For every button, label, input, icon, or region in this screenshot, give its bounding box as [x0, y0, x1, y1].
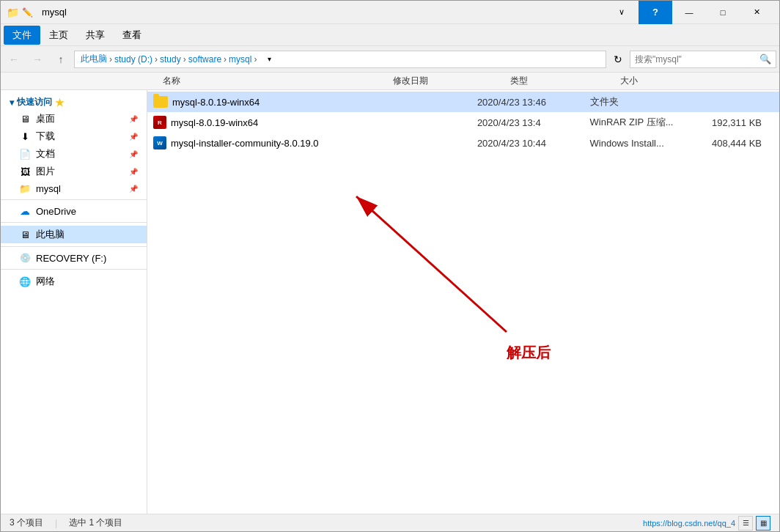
breadcrumb-item-study[interactable]: study [160, 54, 181, 64]
window-controls: ∨ ? — □ ✕ [605, 1, 773, 24]
sidebar-divider-2 [1, 222, 147, 223]
menu-file[interactable]: 文件 [4, 26, 40, 45]
quickaccess-label: 快速访问 [17, 96, 52, 108]
file-name-cell-msi: W mysql-installer-community-8.0.19.0 [153, 136, 477, 149]
sidebar-item-pictures-label: 图片 [36, 165, 55, 178]
file-row-msi[interactable]: W mysql-installer-community-8.0.19.0 202… [147, 133, 779, 153]
col-name[interactable]: 名称 [151, 75, 393, 87]
address-bar[interactable]: 此电脑 › study (D:) › study › software › my… [74, 51, 606, 68]
file-list-container: mysql-8.0.19-winx64 2020/4/23 13:46 文件夹 … [147, 90, 779, 514]
file-type-zip: WinRAR ZIP 压缩... [590, 116, 703, 129]
sidebar-item-onedrive[interactable]: ☁ OneDrive [1, 203, 147, 219]
network-icon: 🌐 [18, 276, 32, 287]
file-type-msi: Windows Install... [590, 138, 703, 149]
pin-icon-3: 📌 [129, 150, 138, 158]
chevron-button[interactable]: ∨ [605, 1, 639, 24]
breadcrumb-item-drive[interactable]: study (D:) [114, 54, 152, 64]
sidebar-divider-1 [1, 199, 147, 200]
pictures-icon: 🖼 [18, 166, 32, 177]
file-list: mysql-8.0.19-winx64 2020/4/23 13:46 文件夹 … [147, 90, 779, 155]
breadcrumb-item-software[interactable]: software [188, 54, 221, 64]
refresh-button[interactable]: ↻ [609, 51, 627, 68]
sidebar-item-pictures[interactable]: 🖼 图片 📌 [1, 163, 147, 180]
pin-icon-4: 📌 [129, 168, 138, 176]
quickaccess-section: ▾ 快速访问 ★ [1, 93, 147, 110]
sidebar-item-thispc-label: 此电脑 [36, 228, 65, 241]
titlebar-folder-icon: 📁 [7, 7, 18, 18]
sidebar-item-desktop[interactable]: 🖥 桌面 📌 [1, 110, 147, 128]
search-input[interactable] [635, 54, 757, 64]
sidebar-item-mysql-label: mysql [36, 183, 61, 194]
window-title: mysql [42, 7, 605, 18]
close-button[interactable]: ✕ [740, 1, 773, 24]
menu-view[interactable]: 查看 [114, 26, 150, 45]
menubar: 文件 主页 共享 查看 [1, 24, 779, 46]
file-size-zip: 192,311 KB [702, 117, 773, 128]
file-name-cell-zip: R mysql-8.0.19-winx64 [153, 116, 477, 129]
documents-icon: 📄 [18, 148, 32, 160]
quickaccess-star-icon: ★ [55, 97, 65, 108]
status-url: https://blog.csdn.net/qq_4 [643, 519, 735, 528]
back-button[interactable]: ← [4, 49, 24, 70]
sidebar-item-mysql[interactable]: 📁 mysql 📌 [1, 180, 147, 196]
titlebar: 📁 ✏️ mysql ∨ ? — □ ✕ [1, 1, 779, 24]
pin-icon-5: 📌 [129, 185, 138, 193]
quickaccess-chevron: ▾ [10, 97, 14, 108]
breadcrumb-item-thispc[interactable]: 此电脑 [81, 53, 107, 65]
file-name-cell-folder: mysql-8.0.19-winx64 [153, 96, 477, 108]
file-row-zip[interactable]: R mysql-8.0.19-winx64 2020/4/23 13:4 Win… [147, 112, 779, 133]
sidebar-item-downloads[interactable]: ⬇ 下载 📌 [1, 128, 147, 145]
file-size-msi: 408,444 KB [702, 138, 773, 149]
status-selected: 选中 1 个项目 [69, 517, 122, 529]
search-bar: 🔍 [630, 51, 776, 68]
sidebar-item-documents[interactable]: 📄 文档 📌 [1, 145, 147, 163]
file-date-zip: 2020/4/23 13:4 [477, 117, 590, 128]
desktop-icon: 🖥 [18, 113, 32, 125]
winrar-icon: R [153, 116, 166, 129]
file-type-folder: 文件夹 [590, 95, 703, 108]
minimize-button[interactable]: — [672, 1, 706, 24]
maximize-button[interactable]: □ [706, 1, 740, 24]
statusbar-right: https://blog.csdn.net/qq_4 ☰ ▦ [643, 516, 770, 531]
breadcrumb-item-mysql[interactable]: mysql [229, 54, 251, 64]
sidebar-item-downloads-label: 下载 [36, 130, 55, 143]
titlebar-app-icons: 📁 ✏️ [7, 7, 33, 18]
view-detail-button[interactable]: ▦ [756, 516, 770, 531]
main-area: ▾ 快速访问 ★ 🖥 桌面 📌 ⬇ 下载 📌 📄 文档 📌 [1, 90, 779, 514]
up-button[interactable]: ↑ [51, 49, 71, 70]
file-date-msi: 2020/4/23 10:44 [477, 138, 590, 149]
downloads-icon: ⬇ [18, 130, 32, 142]
folder-icon-yellow [153, 96, 168, 108]
sidebar: ▾ 快速访问 ★ 🖥 桌面 📌 ⬇ 下载 📌 📄 文档 📌 [1, 90, 147, 514]
sidebar-item-network[interactable]: 🌐 网络 [1, 273, 147, 290]
view-list-button[interactable]: ☰ [738, 516, 753, 531]
col-type[interactable]: 类型 [510, 75, 620, 87]
search-icon: 🔍 [759, 53, 771, 64]
file-row-folder[interactable]: mysql-8.0.19-winx64 2020/4/23 13:46 文件夹 [147, 92, 779, 112]
status-count: 3 个项目 [10, 517, 43, 529]
sidebar-divider-3 [1, 246, 147, 247]
file-name-msi: mysql-installer-community-8.0.19.0 [171, 138, 319, 149]
menu-share[interactable]: 共享 [77, 26, 114, 45]
explorer-window: 📁 ✏️ mysql ∨ ? — □ ✕ 文件 主页 共享 查看 ← → ↑ 此… [0, 0, 780, 532]
statusbar: 3 个项目 | 选中 1 个项目 https://blog.csdn.net/q… [1, 514, 779, 531]
sidebar-item-documents-label: 文档 [36, 147, 55, 160]
addressbar: ← → ↑ 此电脑 › study (D:) › study › softwar… [1, 46, 779, 73]
sidebar-item-recovery-label: RECOVERY (F:) [36, 253, 106, 264]
breadcrumb-dropdown-button[interactable]: ▾ [262, 51, 276, 68]
menu-home[interactable]: 主页 [40, 26, 77, 45]
mysql-folder-icon: 📁 [18, 182, 32, 194]
annotation-text: 解压后 [507, 343, 551, 363]
onedrive-icon: ☁ [18, 205, 32, 217]
col-date[interactable]: 修改日期 [393, 75, 510, 87]
svg-line-1 [356, 196, 507, 332]
forward-button[interactable]: → [27, 49, 48, 70]
col-size[interactable]: 大小 [620, 75, 693, 87]
file-name-folder: mysql-8.0.19-winx64 [172, 97, 260, 108]
sidebar-item-network-label: 网络 [36, 275, 55, 288]
status-divider: | [55, 518, 57, 528]
sidebar-item-thispc[interactable]: 🖥 此电脑 [1, 226, 147, 243]
titlebar-edit-icon: ✏️ [21, 7, 33, 18]
help-button[interactable]: ? [639, 1, 672, 24]
sidebar-item-recovery[interactable]: 💿 RECOVERY (F:) [1, 250, 147, 266]
